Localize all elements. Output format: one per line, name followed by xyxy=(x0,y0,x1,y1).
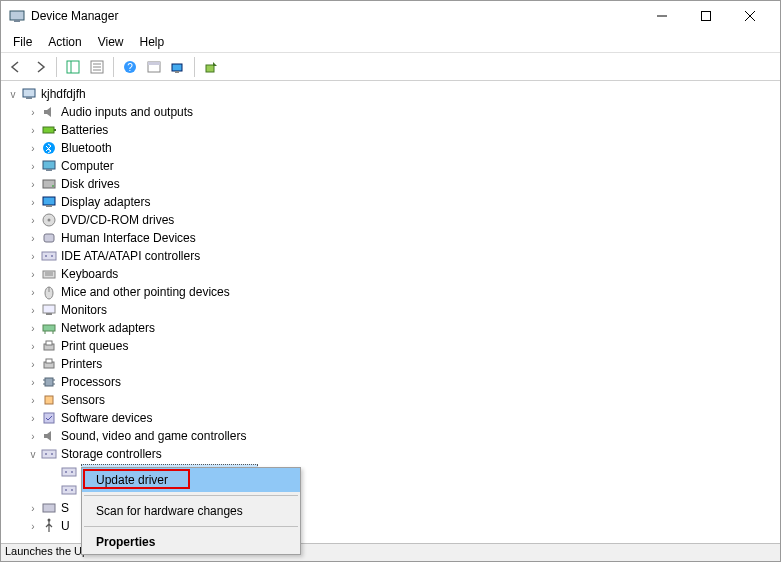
tree-item[interactable]: ›Keyboards xyxy=(3,265,778,283)
tree-item-label: Sound, video and game controllers xyxy=(61,429,246,443)
expander-icon[interactable]: › xyxy=(27,233,39,244)
expander-icon[interactable]: › xyxy=(27,395,39,406)
device-category-icon xyxy=(41,194,57,210)
expander-icon[interactable]: › xyxy=(27,503,39,514)
tree-item-label: Printers xyxy=(61,357,102,371)
tree-item[interactable]: ›Human Interface Devices xyxy=(3,229,778,247)
expander-icon[interactable]: › xyxy=(27,287,39,298)
context-scan-hardware[interactable]: Scan for hardware changes xyxy=(82,499,300,523)
context-separator xyxy=(84,526,298,527)
svg-rect-28 xyxy=(43,197,55,205)
expander-icon[interactable]: › xyxy=(27,341,39,352)
svg-rect-66 xyxy=(43,504,55,512)
device-category-icon xyxy=(41,104,57,120)
tree-item[interactable]: ›Mice and other pointing devices xyxy=(3,283,778,301)
tree-item[interactable]: ›Batteries xyxy=(3,121,778,139)
svg-rect-63 xyxy=(62,486,76,494)
expander-icon[interactable]: › xyxy=(27,179,39,190)
tree-item[interactable]: ›Monitors xyxy=(3,301,778,319)
expander-icon[interactable]: › xyxy=(27,323,39,334)
scan-hardware-button[interactable] xyxy=(167,56,189,78)
device-category-icon xyxy=(41,284,57,300)
svg-rect-55 xyxy=(45,396,53,404)
action-button[interactable] xyxy=(143,56,165,78)
tree-item[interactable]: ›Sensors xyxy=(3,391,778,409)
expander-icon[interactable]: › xyxy=(27,359,39,370)
titlebar: Device Manager xyxy=(1,1,780,31)
forward-button[interactable] xyxy=(29,56,51,78)
tree-item-label: Bluetooth xyxy=(61,141,112,155)
maximize-button[interactable] xyxy=(684,2,728,30)
context-menu: Update driver Scan for hardware changes … xyxy=(81,467,301,555)
toolbar-separator xyxy=(194,57,195,77)
menu-view[interactable]: View xyxy=(90,33,132,51)
tree-item[interactable]: ›Audio inputs and outputs xyxy=(3,103,778,121)
update-driver-button[interactable] xyxy=(200,56,222,78)
svg-rect-32 xyxy=(44,234,54,242)
svg-point-67 xyxy=(48,519,51,522)
close-button[interactable] xyxy=(728,2,772,30)
expander-icon[interactable]: › xyxy=(27,197,39,208)
expander-icon[interactable]: › xyxy=(27,431,39,442)
svg-rect-60 xyxy=(62,468,76,476)
device-category-icon xyxy=(41,140,57,156)
device-category-icon xyxy=(41,410,57,426)
expander-icon[interactable]: v xyxy=(27,449,39,460)
device-category-icon xyxy=(41,392,57,408)
tree-root-label: kjhdfdjfh xyxy=(41,87,86,101)
expander-icon[interactable]: › xyxy=(27,521,39,532)
expander-icon[interactable]: v xyxy=(7,89,19,100)
expander-icon[interactable]: › xyxy=(27,413,39,424)
tree-item[interactable]: vStorage controllers xyxy=(3,445,778,463)
usb-icon xyxy=(41,518,57,534)
device-category-icon xyxy=(41,248,57,264)
tree-item[interactable]: ›Disk drives xyxy=(3,175,778,193)
help-button[interactable]: ? xyxy=(119,56,141,78)
tree-item[interactable]: ›Print queues xyxy=(3,337,778,355)
tree-item[interactable]: ›Printers xyxy=(3,355,778,373)
expander-icon[interactable]: › xyxy=(27,215,39,226)
tree-item[interactable]: ›Software devices xyxy=(3,409,778,427)
tree-item-label: Disk drives xyxy=(61,177,120,191)
device-category-icon xyxy=(41,212,57,228)
back-button[interactable] xyxy=(5,56,27,78)
tree-item-label: IDE ATA/ATAPI controllers xyxy=(61,249,200,263)
expander-icon[interactable]: › xyxy=(27,161,39,172)
expander-icon[interactable]: › xyxy=(27,125,39,136)
expander-icon[interactable]: › xyxy=(27,107,39,118)
tree-item[interactable]: ›Computer xyxy=(3,157,778,175)
context-update-driver[interactable]: Update driver xyxy=(82,468,300,492)
tree-item[interactable]: ›Processors xyxy=(3,373,778,391)
device-category-icon xyxy=(41,428,57,444)
window-title: Device Manager xyxy=(31,9,640,23)
expander-icon[interactable]: › xyxy=(27,269,39,280)
expander-icon[interactable]: › xyxy=(27,143,39,154)
expander-icon[interactable]: › xyxy=(27,377,39,388)
minimize-button[interactable] xyxy=(640,2,684,30)
tree-item-label: Processors xyxy=(61,375,121,389)
tree-item-label: Storage controllers xyxy=(61,447,162,461)
menu-action[interactable]: Action xyxy=(40,33,89,51)
device-category-icon xyxy=(41,158,57,174)
svg-rect-3 xyxy=(702,12,711,21)
show-hide-tree-button[interactable] xyxy=(62,56,84,78)
svg-rect-57 xyxy=(42,450,56,458)
svg-rect-50 xyxy=(45,378,53,386)
tree-item[interactable]: ›IDE ATA/ATAPI controllers xyxy=(3,247,778,265)
tree-item-label: Keyboards xyxy=(61,267,118,281)
tree-root[interactable]: v kjhdfdjfh xyxy=(3,85,778,103)
tree-item[interactable]: ›Sound, video and game controllers xyxy=(3,427,778,445)
tree-item[interactable]: ›Bluetooth xyxy=(3,139,778,157)
tree-item[interactable]: ›DVD/CD-ROM drives xyxy=(3,211,778,229)
tree-item[interactable]: ›Display adapters xyxy=(3,193,778,211)
tree-item-label: Mice and other pointing devices xyxy=(61,285,230,299)
tree-item[interactable]: ›Network adapters xyxy=(3,319,778,337)
svg-rect-33 xyxy=(42,252,56,260)
menu-help[interactable]: Help xyxy=(132,33,173,51)
properties-button[interactable] xyxy=(86,56,108,78)
menu-file[interactable]: File xyxy=(5,33,40,51)
context-properties[interactable]: Properties xyxy=(82,530,300,554)
expander-icon[interactable]: › xyxy=(27,251,39,262)
expander-icon[interactable]: › xyxy=(27,305,39,316)
device-category-icon xyxy=(41,302,57,318)
